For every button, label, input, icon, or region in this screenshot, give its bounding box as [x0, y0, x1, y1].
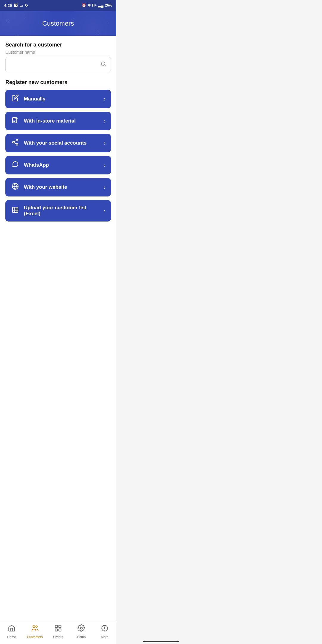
share-icon — [11, 139, 20, 148]
option-website-label: With your website — [24, 184, 100, 190]
chevron-right-icon-5: › — [104, 184, 106, 191]
nav-customers[interactable]: Customers — [26, 624, 44, 639]
register-section: Register new customers Manually › — [5, 79, 111, 222]
svg-text:WWW: WWW — [14, 185, 18, 187]
nav-home-label: Home — [7, 635, 16, 639]
more-icon — [101, 624, 109, 634]
page-header: Customers — [0, 11, 116, 36]
home-icon — [8, 624, 16, 634]
option-manually[interactable]: Manually › — [5, 90, 111, 108]
svg-rect-24 — [59, 629, 61, 631]
option-list: Manually › With in-store mate — [5, 90, 111, 222]
option-in-store-label: With in-store material — [24, 118, 100, 124]
main-content: Search for a customer Customer name Regi… — [0, 36, 116, 227]
chevron-right-icon-3: › — [104, 140, 106, 146]
svg-rect-22 — [59, 625, 61, 628]
option-social-label: With your social accounts — [24, 140, 100, 146]
status-network-icon: H+ — [92, 3, 97, 7]
register-heading: Register new customers — [5, 79, 111, 86]
status-time: 4:25 — [4, 3, 12, 8]
nav-more-label: More — [101, 635, 108, 639]
svg-line-10 — [14, 141, 16, 142]
chevron-right-icon-6: › — [104, 208, 106, 214]
status-sync-icon: ↻ — [25, 3, 28, 8]
search-input[interactable] — [10, 62, 100, 67]
setup-icon — [78, 624, 85, 634]
status-right: ⏰ ✱ H+ ▂▄ 26% — [82, 3, 112, 7]
status-alarm-icon: ⏰ — [82, 3, 86, 7]
option-whatsapp-label: WhatsApp — [24, 162, 100, 168]
option-whatsapp[interactable]: WhatsApp › — [5, 156, 111, 174]
document-icon — [11, 117, 20, 126]
svg-point-25 — [80, 627, 83, 629]
nav-more[interactable]: More — [96, 624, 114, 639]
nav-customers-label: Customers — [27, 635, 43, 639]
option-website[interactable]: WWW With your website › — [5, 178, 111, 196]
svg-point-19 — [33, 626, 35, 628]
nav-orders-label: Orders — [53, 635, 63, 639]
option-excel[interactable]: Upload your customer list (Excel) › — [5, 200, 111, 222]
search-section: Search for a customer Customer name — [5, 42, 111, 72]
status-left: 4:25 🖼 ▭ ↻ — [4, 3, 28, 8]
nav-home[interactable]: Home — [3, 624, 21, 639]
page-wrapper: 4:25 🖼 ▭ ↻ ⏰ ✱ H+ ▂▄ 26% Customers Searc… — [0, 0, 116, 644]
search-label: Customer name — [5, 50, 111, 55]
orders-icon — [54, 624, 62, 634]
option-excel-label: Upload your customer list (Excel) — [24, 205, 100, 217]
svg-point-20 — [36, 626, 37, 627]
search-heading: Search for a customer — [5, 42, 111, 48]
option-in-store[interactable]: With in-store material › — [5, 112, 111, 130]
svg-rect-14 — [13, 207, 18, 213]
status-battery: 26% — [105, 3, 112, 7]
option-social[interactable]: With your social accounts › — [5, 134, 111, 152]
svg-point-30 — [104, 628, 105, 628]
status-bar: 4:25 🖼 ▭ ↻ ⏰ ✱ H+ ▂▄ 26% — [0, 0, 116, 11]
chevron-right-icon-4: › — [104, 162, 106, 168]
nav-setup[interactable]: Setup — [72, 624, 90, 639]
page-title: Customers — [6, 20, 110, 27]
option-manually-label: Manually — [24, 96, 100, 102]
chevron-right-icon-2: › — [104, 118, 106, 124]
pencil-icon — [11, 95, 20, 103]
nav-setup-label: Setup — [77, 635, 86, 639]
status-bluetooth-icon: ✱ — [88, 3, 91, 7]
search-icon — [100, 61, 106, 68]
chevron-right-icon: › — [104, 96, 106, 102]
status-screen-icon: ▭ — [19, 3, 23, 8]
status-signal-bars: ▂▄ — [98, 3, 103, 7]
nav-orders[interactable]: Orders — [49, 624, 67, 639]
excel-icon — [11, 206, 20, 215]
svg-line-9 — [14, 143, 16, 144]
bottom-nav: Home Customers — [0, 621, 116, 644]
svg-rect-21 — [55, 625, 58, 628]
search-box — [5, 57, 111, 72]
status-photo-icon: 🖼 — [14, 3, 18, 8]
svg-line-1 — [105, 65, 106, 66]
globe-icon: WWW — [11, 183, 20, 192]
customers-icon — [31, 624, 39, 634]
whatsapp-icon — [11, 161, 20, 170]
svg-rect-23 — [55, 629, 58, 631]
